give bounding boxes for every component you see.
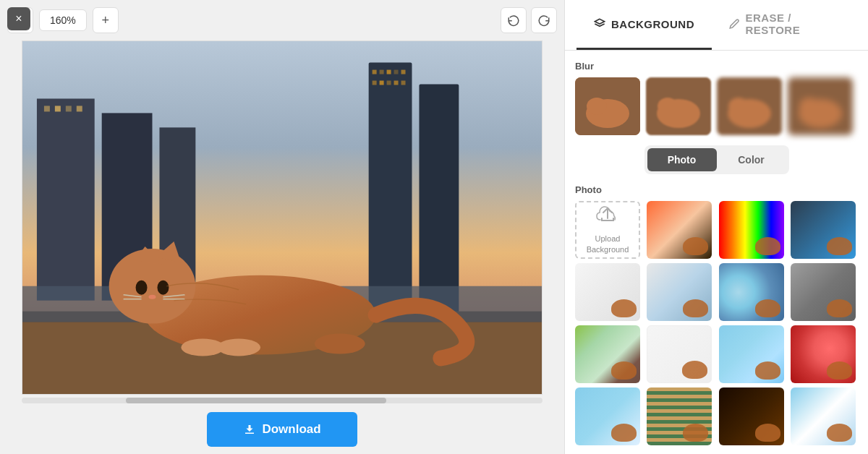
photo-grid: Upload Background	[575, 201, 858, 445]
tabs: BACKGROUND ERASE / RESTORE	[565, 0, 868, 51]
squirrel-overlay	[755, 237, 780, 255]
photo-thumb-13[interactable]	[647, 387, 712, 445]
color-toggle-btn[interactable]: Color	[717, 148, 786, 171]
blur-thumb-3[interactable]	[788, 77, 853, 135]
main-image	[22, 41, 542, 394]
svg-rect-13	[37, 98, 95, 300]
pencil-icon	[729, 18, 739, 30]
zoom-in-button[interactable]: +	[93, 7, 119, 33]
photo-thumb-4[interactable]	[575, 263, 640, 321]
photo-thumb-2[interactable]	[719, 201, 784, 259]
city-background-svg	[22, 41, 542, 394]
download-label: Download	[262, 422, 320, 437]
squirrel-overlay	[611, 424, 637, 442]
squirrel-overlay	[683, 237, 708, 255]
redo-button[interactable]	[531, 7, 557, 33]
zoom-level: 160%	[39, 9, 87, 31]
photo-color-toggle: Photo Color	[644, 145, 789, 174]
blur-thumb-2[interactable]	[717, 77, 782, 135]
squirrel-overlay	[682, 361, 707, 379]
upload-line2: Background	[587, 245, 629, 254]
toolbar: − 160% +	[7, 7, 557, 33]
svg-rect-16	[44, 106, 50, 111]
svg-rect-19	[77, 106, 82, 111]
svg-rect-18	[66, 106, 72, 111]
photo-thumb-14[interactable]	[719, 387, 784, 445]
svg-point-43	[658, 98, 678, 115]
photo-thumb-3[interactable]	[791, 201, 856, 259]
svg-point-28	[157, 280, 169, 295]
svg-rect-6	[394, 70, 399, 74]
blur-section: Blur	[575, 61, 858, 135]
photo-thumb-10[interactable]	[719, 325, 784, 383]
svg-rect-8	[373, 81, 377, 85]
photo-thumb-15[interactable]	[791, 387, 856, 445]
squirrel-overlay	[683, 424, 708, 442]
svg-rect-5	[387, 70, 391, 74]
photo-thumb-8[interactable]	[575, 325, 640, 383]
photo-label: Photo	[575, 184, 858, 195]
erase-restore-tab-label: ERASE / RESTORE	[745, 12, 839, 36]
download-icon	[243, 423, 256, 436]
squirrel-overlay	[827, 299, 852, 317]
squirrel-overlay	[827, 237, 852, 255]
left-panel: × − 160% +	[0, 0, 564, 454]
blur-thumb-0[interactable]	[575, 77, 640, 135]
blur-thumb-1[interactable]	[646, 77, 711, 135]
download-button[interactable]: Download	[207, 412, 357, 447]
canvas-scrollbar[interactable]	[22, 398, 542, 403]
upload-cloud-icon	[596, 205, 619, 231]
canvas-wrapper	[22, 40, 542, 395]
photo-thumb-1[interactable]	[647, 201, 712, 259]
svg-point-49	[799, 98, 820, 115]
layers-icon	[594, 18, 605, 30]
svg-point-35	[217, 339, 260, 356]
undo-button[interactable]	[501, 7, 527, 33]
squirrel-overlay	[755, 299, 780, 317]
svg-point-36	[315, 334, 365, 354]
redo-icon	[537, 14, 550, 27]
tab-erase-restore[interactable]: ERASE / RESTORE	[712, 0, 856, 50]
photo-toggle-btn[interactable]: Photo	[647, 148, 717, 171]
svg-rect-1	[369, 63, 412, 315]
svg-rect-2	[419, 85, 459, 315]
tab-background[interactable]: BACKGROUND	[576, 0, 712, 50]
close-button[interactable]: ×	[7, 7, 30, 30]
svg-rect-7	[401, 70, 406, 74]
svg-rect-11	[394, 81, 399, 85]
svg-rect-9	[380, 81, 384, 85]
svg-point-27	[136, 280, 148, 295]
upload-background-tile[interactable]: Upload Background	[575, 201, 640, 259]
blur-preview-3	[788, 77, 853, 135]
blur-preview-1	[646, 77, 711, 135]
squirrel-overlay	[755, 361, 780, 380]
squirrel-overlay	[827, 361, 852, 380]
undo-icon	[507, 14, 520, 27]
squirrel-overlay	[611, 299, 637, 317]
photo-thumb-6[interactable]	[719, 263, 784, 321]
photo-thumb-9[interactable]	[647, 325, 712, 383]
svg-rect-17	[55, 106, 61, 111]
svg-point-40	[587, 98, 607, 115]
photo-section: Photo Upload Background	[575, 184, 858, 445]
photo-thumb-12[interactable]	[575, 387, 640, 445]
squirrel-overlay	[755, 424, 780, 442]
blur-thumbnails	[575, 77, 858, 135]
upload-cloud-svg	[596, 205, 619, 226]
svg-point-29	[149, 295, 156, 299]
svg-point-46	[728, 98, 749, 115]
background-tab-label: BACKGROUND	[611, 18, 694, 30]
blur-label: Blur	[575, 61, 858, 72]
svg-rect-10	[387, 81, 391, 85]
photo-thumb-11[interactable]	[791, 325, 856, 383]
svg-marker-37	[595, 19, 604, 24]
svg-rect-3	[373, 70, 377, 74]
svg-rect-4	[380, 70, 384, 74]
upload-text: Upload Background	[587, 234, 629, 254]
photo-thumb-5[interactable]	[647, 263, 712, 321]
svg-rect-12	[401, 81, 406, 85]
canvas-scrollbar-thumb[interactable]	[126, 398, 386, 403]
squirrel-overlay	[827, 424, 852, 442]
panel-content: Blur	[565, 51, 868, 454]
photo-thumb-7[interactable]	[791, 263, 856, 321]
